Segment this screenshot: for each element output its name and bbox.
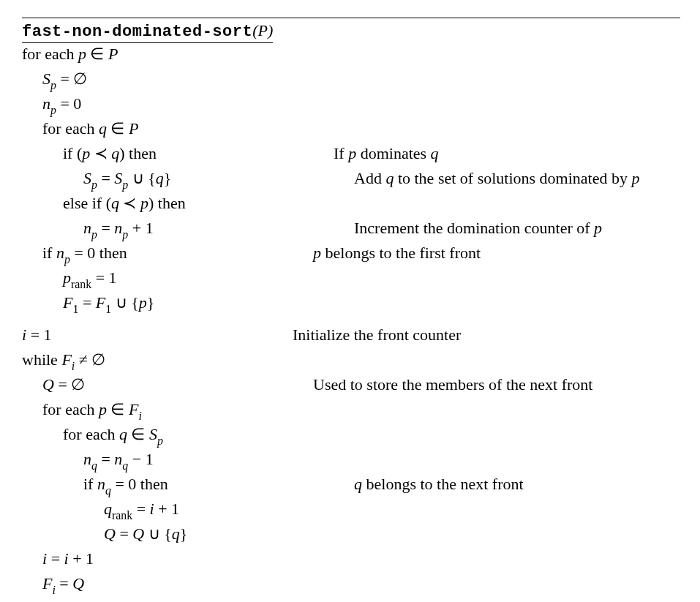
algorithm-title: fast-non-dominated-sort(P) [22, 21, 273, 43]
code-line: if nq = 0 then q belongs to the next fro… [22, 475, 678, 500]
code-line: nq = nq − 1 [22, 450, 678, 475]
code-line: if (p ≺ q) then If p dominates q [22, 144, 678, 169]
title-arg: P [257, 21, 267, 39]
code-line: Q = Q ∪ {q} [22, 524, 678, 549]
code-text: np = np + 1 [22, 219, 354, 240]
code-line: F1 = F1 ∪ {p} [22, 293, 678, 318]
code-text: qrank = i + 1 [22, 500, 375, 521]
code-line: for each p ∈ P [22, 45, 678, 69]
code-text: Sp = Sp ∪ {q} [22, 169, 354, 190]
code-text: for each p ∈ Fi [22, 400, 313, 421]
code-text: for each q ∈ Sp [22, 425, 334, 446]
code-line: Fi = Q [22, 574, 678, 599]
comment-text: q belongs to the next front [354, 475, 678, 494]
comment-text: Used to store the members of the next fr… [313, 375, 678, 394]
code-line: Q = ∅ Used to store the members of the n… [22, 375, 678, 400]
comment-text: Increment the domination counter of p [354, 219, 678, 238]
code-line: Sp = Sp ∪ {q} Add q to the set of soluti… [22, 169, 678, 194]
code-text: if (p ≺ q) then [22, 144, 334, 163]
code-line: Sp = ∅ [22, 69, 678, 94]
code-line: i = 1 Initialize the front counter [22, 326, 678, 350]
code-text: else if (q ≺ p) then [22, 194, 334, 213]
code-line: for each q ∈ P [22, 119, 678, 144]
code-line: qrank = i + 1 [22, 500, 678, 524]
code-text: F1 = F1 ∪ {p} [22, 293, 334, 315]
code-line: np = np + 1 Increment the domination cou… [22, 219, 678, 244]
code-line: if np = 0 then p belongs to the first fr… [22, 244, 678, 268]
comment-text: If p dominates q [334, 144, 678, 163]
code-text: if np = 0 then [22, 244, 313, 265]
code-text: while Fi ≠ ∅ [22, 350, 293, 372]
code-text: nq = nq − 1 [22, 450, 354, 471]
code-text: i = i + 1 [22, 549, 313, 568]
code-text: for each p ∈ P [22, 45, 293, 64]
comment-text: Add q to the set of solutions dominated … [354, 169, 678, 188]
code-line: np = 0 [22, 94, 678, 119]
algorithm-body: for each p ∈ P Sp = ∅ np = 0 for each q … [22, 45, 678, 599]
code-text: prank = 1 [22, 268, 334, 290]
comment-text: Initialize the front counter [293, 326, 678, 345]
comment-text: p belongs to the first front [313, 244, 678, 263]
code-text: Fi = Q [22, 574, 313, 595]
spacer [22, 318, 678, 326]
title-arg-close: ) [268, 21, 273, 39]
title-func-name: fast-non-dominated-sort [22, 23, 252, 41]
code-line: for each q ∈ Sp [22, 425, 678, 450]
code-text: Sp = ∅ [22, 69, 313, 91]
code-line: else if (q ≺ p) then [22, 194, 678, 219]
code-line: while Fi ≠ ∅ [22, 350, 678, 375]
code-line: prank = 1 [22, 268, 678, 293]
code-text: Q = Q ∪ {q} [22, 524, 375, 543]
code-line: i = i + 1 [22, 549, 678, 574]
code-text: Q = ∅ [22, 375, 313, 394]
code-text: np = 0 [22, 94, 313, 116]
code-text: if nq = 0 then [22, 475, 354, 496]
code-text: for each q ∈ P [22, 119, 313, 138]
top-rule [22, 18, 680, 18]
code-line: for each p ∈ Fi [22, 400, 678, 425]
code-text: i = 1 [22, 326, 293, 345]
